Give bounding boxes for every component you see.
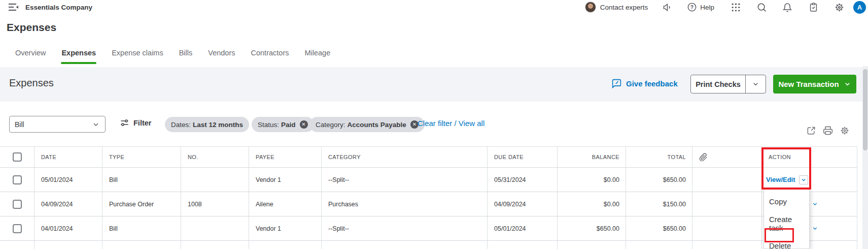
chip-value: Paid bbox=[281, 121, 296, 129]
table-settings-gear-icon[interactable] bbox=[839, 125, 850, 136]
expert-avatar bbox=[585, 2, 596, 13]
help-icon: ? bbox=[687, 2, 697, 12]
print-icon[interactable] bbox=[822, 125, 834, 136]
search-icon[interactable] bbox=[755, 1, 768, 13]
table-row: 04/01/2024 Bill Vendor 1 --Split-- 05/01… bbox=[0, 216, 857, 241]
cell-balance: $650.00 bbox=[558, 216, 626, 241]
header-payee[interactable]: PAYEE bbox=[249, 146, 322, 168]
chevron-down-icon bbox=[752, 80, 759, 88]
filter-button[interactable]: Filter bbox=[120, 118, 151, 128]
cell-category: Purchases bbox=[322, 192, 488, 216]
tab-expense-claims[interactable]: Expense claims bbox=[111, 47, 164, 64]
cell-no: 1008 bbox=[181, 192, 249, 216]
remove-status-filter-icon[interactable] bbox=[300, 120, 308, 129]
table-row: 05/01/2024 Bill Vendor 1 --Split-- 05/31… bbox=[0, 168, 857, 192]
row-checkbox[interactable] bbox=[13, 224, 22, 233]
chip-value: Last 12 months bbox=[193, 121, 243, 129]
print-checks-dropdown[interactable] bbox=[745, 75, 766, 93]
settings-gear-icon[interactable] bbox=[833, 1, 845, 13]
header-category[interactable]: CATEGORY bbox=[322, 146, 488, 168]
cell-balance: $0.00 bbox=[558, 168, 626, 192]
filter-chip-category[interactable]: Category: Accounts Payable bbox=[309, 117, 425, 132]
print-checks-label: Print Checks bbox=[691, 80, 745, 88]
top-bar: Essentials Company Contact experts ? Hel… bbox=[0, 0, 868, 14]
clear-filter-link[interactable]: Clear filter / View all bbox=[418, 119, 484, 128]
menu-item-create-task[interactable]: Create task bbox=[764, 210, 809, 237]
vertical-scrollbar[interactable] bbox=[862, 66, 868, 249]
cell-attachment bbox=[692, 216, 762, 241]
company-name: Essentials Company bbox=[25, 4, 92, 11]
view-edit-button[interactable]: View/Edit bbox=[766, 175, 808, 184]
expenses-tabs: Overview Expenses Expense claims Bills V… bbox=[0, 47, 868, 67]
header-due-date[interactable]: DUE DATE bbox=[488, 146, 558, 168]
action-dropdown-icon[interactable] bbox=[811, 225, 819, 233]
notifications-bell-icon[interactable] bbox=[781, 1, 793, 13]
filter-chip-status[interactable]: Status: Paid bbox=[252, 117, 314, 132]
section-toolbar: Expenses Give feedback Print Checks New … bbox=[0, 67, 862, 102]
transaction-type-value: Bill bbox=[15, 120, 92, 129]
filter-row: Bill Filter Dates: Last 12 months Status… bbox=[0, 116, 868, 133]
select-all-checkbox-cell bbox=[0, 146, 34, 168]
tasks-clipboard-icon[interactable] bbox=[807, 1, 819, 13]
action-dropdown-menu: Copy Create task Delete bbox=[763, 189, 810, 249]
tab-bills[interactable]: Bills bbox=[179, 47, 193, 64]
announcements-icon[interactable] bbox=[661, 1, 673, 13]
give-feedback-button[interactable]: Give feedback bbox=[611, 78, 678, 89]
scrollbar-thumb[interactable] bbox=[863, 69, 867, 150]
apps-grid-icon[interactable] bbox=[730, 1, 742, 13]
chip-label: Dates: bbox=[171, 121, 191, 129]
cell-payee: Vendor 1 bbox=[249, 168, 322, 192]
view-edit-label: View/Edit bbox=[766, 176, 795, 183]
tab-overview[interactable]: Overview bbox=[15, 47, 46, 64]
transaction-type-select[interactable]: Bill bbox=[9, 116, 106, 133]
chevron-down-icon bbox=[844, 80, 851, 88]
tab-contractors[interactable]: Contractors bbox=[251, 47, 290, 64]
header-balance[interactable]: BALANCE bbox=[558, 146, 626, 168]
header-type[interactable]: TYPE bbox=[102, 146, 181, 168]
cell-no bbox=[181, 168, 249, 192]
tab-expenses[interactable]: Expenses bbox=[61, 47, 96, 64]
header-no[interactable]: NO. bbox=[181, 146, 249, 168]
header-attachment[interactable] bbox=[692, 146, 762, 168]
tab-mileage[interactable]: Mileage bbox=[304, 47, 331, 64]
tab-vendors[interactable]: Vendors bbox=[207, 47, 235, 64]
paperclip-icon bbox=[699, 153, 708, 162]
cell-due-date: 04/09/2024 bbox=[488, 192, 558, 216]
header-date[interactable]: DATE bbox=[34, 146, 102, 168]
row-checkbox[interactable] bbox=[13, 200, 22, 209]
feedback-icon bbox=[611, 78, 622, 89]
give-feedback-label: Give feedback bbox=[626, 79, 678, 88]
table-body: 05/01/2024 Bill Vendor 1 --Split-- 05/31… bbox=[0, 168, 857, 249]
chip-label: Category: bbox=[316, 121, 345, 129]
header-total[interactable]: TOTAL bbox=[626, 146, 692, 168]
chevron-down-icon bbox=[92, 120, 100, 129]
cell-due-date: 05/01/2024 bbox=[488, 216, 558, 241]
user-avatar[interactable]: A bbox=[853, 1, 866, 14]
action-dropdown-icon[interactable] bbox=[799, 175, 808, 184]
select-all-checkbox[interactable] bbox=[13, 152, 22, 162]
row-checkbox[interactable] bbox=[13, 175, 22, 184]
cell-payee: Ailene bbox=[249, 192, 322, 216]
section-heading: Expenses bbox=[9, 77, 54, 89]
contact-experts-button[interactable]: Contact experts bbox=[585, 2, 648, 13]
contact-experts-label: Contact experts bbox=[600, 4, 648, 11]
header-action[interactable]: ACTION bbox=[762, 146, 857, 168]
cell-category: --Split-- bbox=[322, 216, 488, 241]
menu-item-copy[interactable]: Copy bbox=[764, 193, 809, 210]
cell-total: $650.00 bbox=[626, 216, 692, 241]
help-label: Help bbox=[700, 4, 714, 11]
filter-chip-dates[interactable]: Dates: Last 12 months bbox=[165, 117, 249, 132]
help-button[interactable]: ? Help bbox=[687, 2, 714, 12]
print-checks-button[interactable]: Print Checks bbox=[690, 75, 766, 94]
filter-label: Filter bbox=[133, 119, 151, 127]
table-tools bbox=[806, 125, 850, 136]
cell-payee: Vendor 1 bbox=[249, 216, 322, 241]
table-row-partial bbox=[0, 241, 857, 249]
export-icon[interactable] bbox=[806, 125, 817, 136]
menu-collapse-icon[interactable] bbox=[7, 2, 19, 12]
menu-item-delete[interactable]: Delete bbox=[764, 237, 809, 249]
filter-sliders-icon bbox=[120, 118, 129, 128]
action-dropdown-icon[interactable] bbox=[811, 200, 819, 208]
new-transaction-button[interactable]: New Transaction bbox=[773, 75, 856, 94]
chip-value: Accounts Payable bbox=[348, 121, 406, 129]
